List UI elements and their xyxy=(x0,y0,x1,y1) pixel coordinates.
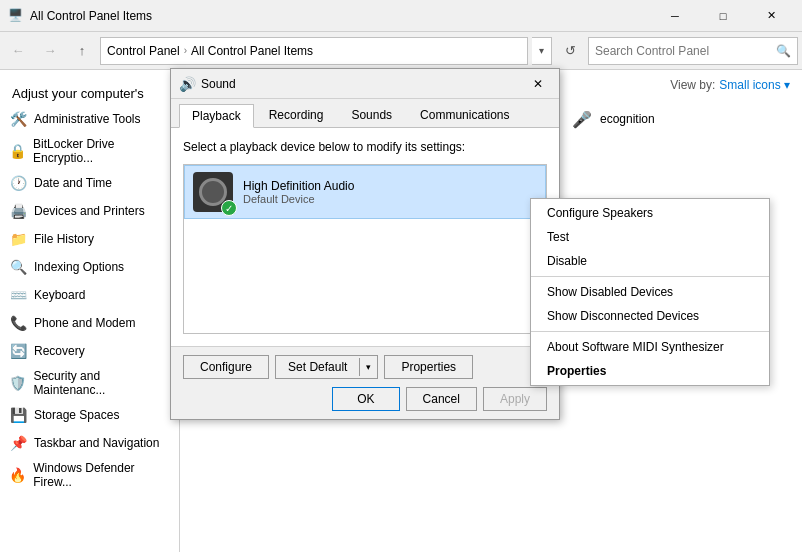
search-icon: 🔍 xyxy=(776,44,791,58)
sidebar-item-label: Storage Spaces xyxy=(34,408,119,422)
phone-modem-icon: 📞 xyxy=(8,313,28,333)
sidebar-item-label: Devices and Printers xyxy=(34,204,145,218)
tab-sounds[interactable]: Sounds xyxy=(338,103,405,127)
ctx-test[interactable]: Test xyxy=(531,225,769,249)
sidebar-item-label: Taskbar and Navigation xyxy=(34,436,159,450)
device-list: ✓ High Definition Audio Default Device xyxy=(183,164,547,334)
recovery-icon: 🔄 xyxy=(8,341,28,361)
ctx-properties[interactable]: Properties xyxy=(531,359,769,383)
device-sub: Default Device xyxy=(243,193,529,205)
sidebar-item-recovery[interactable]: 🔄 Recovery xyxy=(0,337,179,365)
search-box: 🔍 xyxy=(588,37,798,65)
window-controls: ─ □ ✕ xyxy=(652,0,794,32)
device-item[interactable]: ✓ High Definition Audio Default Device xyxy=(184,165,546,219)
admin-tools-icon: 🛠️ xyxy=(8,109,28,129)
sidebar-item-security[interactable]: 🛡️ Security and Maintenanc... xyxy=(0,365,179,401)
ctx-disable[interactable]: Disable xyxy=(531,249,769,273)
tab-recording[interactable]: Recording xyxy=(256,103,337,127)
up-button[interactable]: ↑ xyxy=(68,37,96,65)
footer-buttons-top: Configure Set Default ▾ Properties xyxy=(183,355,547,379)
date-time-icon: 🕐 xyxy=(8,173,28,193)
sidebar-item-admin-tools[interactable]: 🛠️ Administrative Tools xyxy=(0,105,179,133)
file-history-icon: 📁 xyxy=(8,229,28,249)
indexing-icon: 🔍 xyxy=(8,257,28,277)
minimize-button[interactable]: ─ xyxy=(652,0,698,32)
ctx-about-midi[interactable]: About Software MIDI Synthesizer xyxy=(531,335,769,359)
sound-dialog: 🔊 Sound ✕ Playback Recording Sounds Comm… xyxy=(170,68,560,420)
breadcrumb-item[interactable]: All Control Panel Items xyxy=(191,44,313,58)
device-icon: ✓ xyxy=(193,172,233,212)
ctx-configure-speakers[interactable]: Configure Speakers xyxy=(531,201,769,225)
dialog-footer: Configure Set Default ▾ Properties OK Ca… xyxy=(171,346,559,419)
dialog-body: Select a playback device below to modify… xyxy=(171,128,559,346)
ctx-show-disconnected[interactable]: Show Disconnected Devices xyxy=(531,304,769,328)
ctx-show-disabled[interactable]: Show Disabled Devices xyxy=(531,280,769,304)
set-default-button[interactable]: Set Default ▾ xyxy=(275,355,378,379)
device-info: High Definition Audio Default Device xyxy=(243,179,529,205)
sidebar-item-devices-printers[interactable]: 🖨️ Devices and Printers xyxy=(0,197,179,225)
taskbar-icon: 📌 xyxy=(8,433,28,453)
sidebar-item-firewall[interactable]: 🔥 Windows Defender Firew... xyxy=(0,457,179,493)
search-input[interactable] xyxy=(595,44,776,58)
breadcrumb-item[interactable]: Control Panel xyxy=(107,44,180,58)
maximize-button[interactable]: □ xyxy=(700,0,746,32)
devices-printers-icon: 🖨️ xyxy=(8,201,28,221)
security-icon: 🛡️ xyxy=(8,373,27,393)
sidebar-item-label: Security and Maintenanc... xyxy=(33,369,171,397)
dialog-title-bar: 🔊 Sound ✕ xyxy=(171,69,559,99)
bitlocker-icon: 🔒 xyxy=(8,141,27,161)
device-name: High Definition Audio xyxy=(243,179,529,193)
tab-communications[interactable]: Communications xyxy=(407,103,522,127)
context-menu: Configure Speakers Test Disable Show Dis… xyxy=(530,198,770,386)
sidebar-item-phone-modem[interactable]: 📞 Phone and Modem xyxy=(0,309,179,337)
storage-icon: 💾 xyxy=(8,405,28,425)
set-default-label: Set Default xyxy=(276,356,359,378)
sidebar-item-storage[interactable]: 💾 Storage Spaces xyxy=(0,401,179,429)
breadcrumb: Control Panel › All Control Panel Items xyxy=(100,37,528,65)
set-default-dropdown[interactable]: ▾ xyxy=(359,358,377,376)
forward-button[interactable]: → xyxy=(36,37,64,65)
window-title: All Control Panel Items xyxy=(30,9,652,23)
recognition-icon: 🎤 xyxy=(570,107,594,131)
cp-item-label: ecognition xyxy=(600,112,655,126)
keyboard-icon: ⌨️ xyxy=(8,285,28,305)
view-by-label: View by: xyxy=(670,78,715,92)
apply-button[interactable]: Apply xyxy=(483,387,547,411)
tab-playback[interactable]: Playback xyxy=(179,104,254,128)
sidebar-item-file-history[interactable]: 📁 File History xyxy=(0,225,179,253)
breadcrumb-separator: › xyxy=(184,45,187,56)
dialog-description: Select a playback device below to modify… xyxy=(183,140,547,154)
panel-header: Adjust your computer's xyxy=(0,78,179,105)
cancel-button[interactable]: Cancel xyxy=(406,387,477,411)
tabs: Playback Recording Sounds Communications xyxy=(171,99,559,128)
sidebar-item-label: Indexing Options xyxy=(34,260,124,274)
sidebar-item-label: Date and Time xyxy=(34,176,112,190)
firewall-icon: 🔥 xyxy=(8,465,27,485)
refresh-button[interactable]: ↺ xyxy=(556,37,584,65)
sidebar-item-indexing[interactable]: 🔍 Indexing Options xyxy=(0,253,179,281)
properties-button[interactable]: Properties xyxy=(384,355,473,379)
dialog-close-button[interactable]: ✕ xyxy=(525,73,551,95)
sidebar-item-bitlocker[interactable]: 🔒 BitLocker Drive Encryptio... xyxy=(0,133,179,169)
dialog-title: Sound xyxy=(201,77,525,91)
cp-item-recognition[interactable]: 🎤 ecognition xyxy=(564,104,744,134)
address-bar: ← → ↑ Control Panel › All Control Panel … xyxy=(0,32,802,70)
sidebar-item-taskbar[interactable]: 📌 Taskbar and Navigation xyxy=(0,429,179,457)
sidebar-item-label: Phone and Modem xyxy=(34,316,135,330)
view-by-value[interactable]: Small icons ▾ xyxy=(719,78,790,92)
default-check-icon: ✓ xyxy=(221,200,237,216)
dialog-icon: 🔊 xyxy=(179,76,195,92)
sidebar-item-label: BitLocker Drive Encryptio... xyxy=(33,137,171,165)
sidebar-item-date-time[interactable]: 🕐 Date and Time xyxy=(0,169,179,197)
close-button[interactable]: ✕ xyxy=(748,0,794,32)
title-bar: 🖥️ All Control Panel Items ─ □ ✕ xyxy=(0,0,802,32)
back-button[interactable]: ← xyxy=(4,37,32,65)
ok-button[interactable]: OK xyxy=(332,387,399,411)
configure-button[interactable]: Configure xyxy=(183,355,269,379)
sidebar-item-label: File History xyxy=(34,232,94,246)
ctx-divider-2 xyxy=(531,331,769,332)
address-dropdown[interactable]: ▾ xyxy=(532,37,552,65)
sidebar-item-keyboard[interactable]: ⌨️ Keyboard xyxy=(0,281,179,309)
sidebar-item-label: Keyboard xyxy=(34,288,85,302)
sidebar-item-label: Recovery xyxy=(34,344,85,358)
